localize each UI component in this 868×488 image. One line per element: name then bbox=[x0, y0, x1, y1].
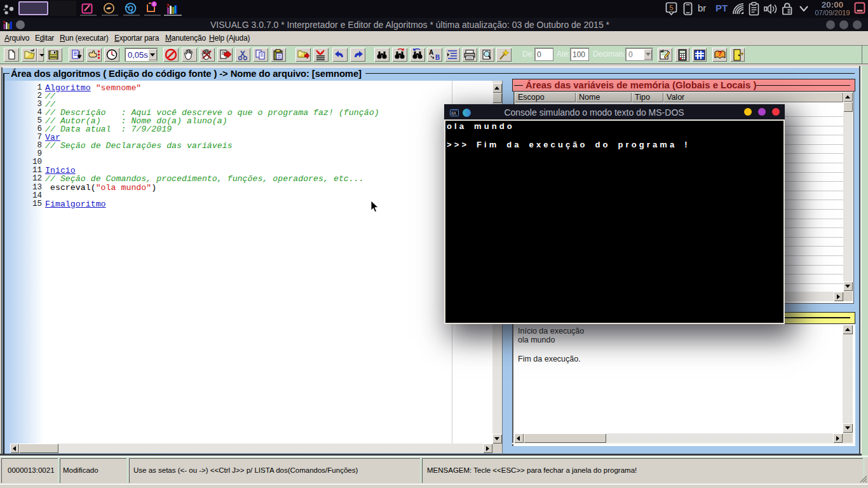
svg-text:?: ? bbox=[718, 50, 722, 57]
svg-text:0: 0 bbox=[153, 1, 156, 7]
svg-text:5: 5 bbox=[669, 4, 673, 11]
svg-text:B: B bbox=[435, 54, 440, 61]
svg-text:A: A bbox=[429, 49, 433, 56]
